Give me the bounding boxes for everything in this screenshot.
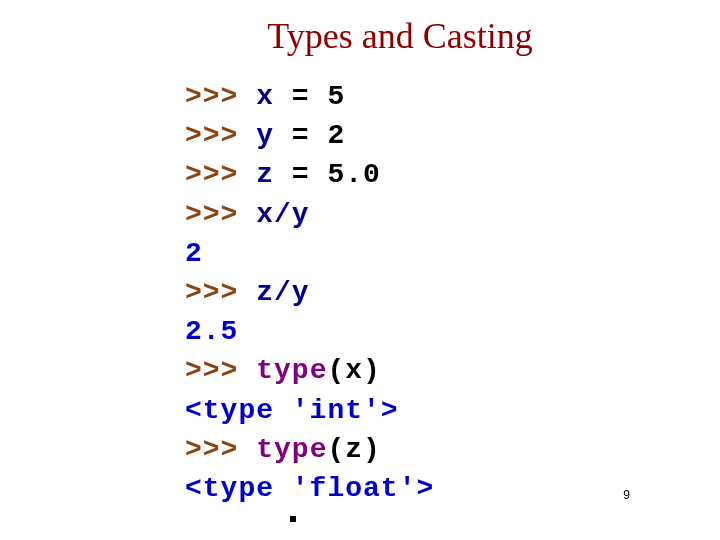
code-output-2: 2.5 [185,312,680,351]
code-rest: (x) [327,355,380,386]
code-line-1: >>> x = 5 [185,77,680,116]
code-rest: = 5 [274,81,345,112]
variable-name: x [256,81,274,112]
code-rest: = 5.0 [274,159,381,190]
decorative-dot [290,516,296,522]
expression: x/y [256,199,309,230]
variable-name: y [256,120,274,151]
prompt-text: >>> [185,199,256,230]
code-rest: = 2 [274,120,345,151]
page-number: 9 [623,488,630,502]
code-rest: (z) [327,434,380,465]
builtin-func: type [256,434,327,465]
code-line-4: >>> x/y [185,195,680,234]
code-output-3: <type 'int'> [185,391,680,430]
code-output-1: 2 [185,234,680,273]
code-block: >>> x = 5 >>> y = 2 >>> z = 5.0 >>> x/y … [185,77,680,508]
slide: Types and Casting >>> x = 5 >>> y = 2 >>… [0,0,720,540]
code-line-3: >>> z = 5.0 [185,155,680,194]
code-line-8: >>> type(x) [185,351,680,390]
expression: z/y [256,277,309,308]
prompt-text: >>> [185,434,256,465]
prompt-text: >>> [185,120,256,151]
prompt-text: >>> [185,277,256,308]
prompt-text: >>> [185,159,256,190]
code-line-2: >>> y = 2 [185,116,680,155]
prompt-text: >>> [185,81,256,112]
slide-title: Types and Casting [120,15,680,57]
builtin-func: type [256,355,327,386]
code-output-4: <type 'float'> [185,469,680,508]
prompt-text: >>> [185,355,256,386]
code-line-10: >>> type(z) [185,430,680,469]
code-line-6: >>> z/y [185,273,680,312]
variable-name: z [256,159,274,190]
